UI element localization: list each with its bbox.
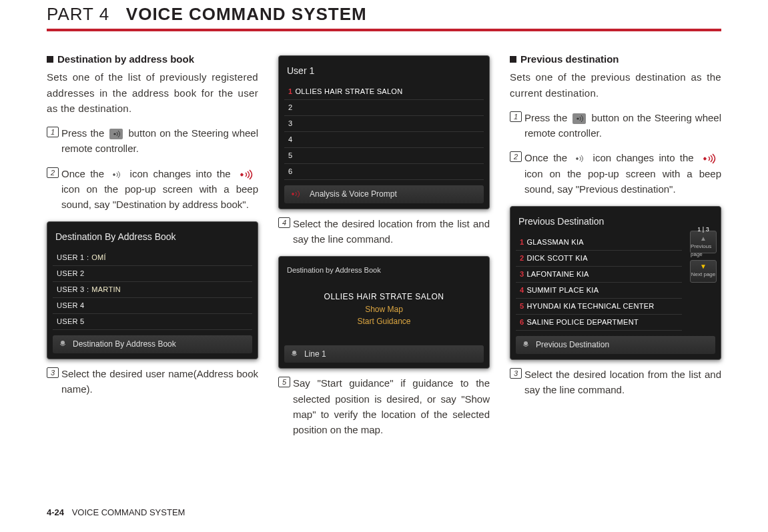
page-footer: 4-24 VOICE COMMAND SYSTEM: [47, 507, 185, 517]
list-item[interactable]: USER 1 :OMÍ: [53, 250, 252, 266]
section-title-text: Previous destination: [520, 53, 619, 65]
screenshot-dest-by-addressbook: Destination By Address Book USER 1 :OMÍ …: [47, 221, 258, 359]
voice-red-icon: [290, 189, 304, 199]
step-2: Once the icon changes into the icon on t…: [47, 166, 258, 213]
svg-point-4: [524, 341, 528, 345]
step1-text-a: Press the: [61, 127, 107, 139]
list-item[interactable]: 5HYUNDAI KIA TECHNICAL CENTER: [516, 299, 682, 315]
step1-text-a: Press the: [524, 112, 570, 123]
header-rule: [47, 29, 721, 31]
part-title: VOICE COMMAND SYSTEM: [126, 4, 367, 24]
screen-title: User 1: [284, 61, 484, 84]
list-item[interactable]: 2DICK SCOTT KIA: [516, 251, 682, 267]
step2-text-c: icon on the pop-up screen with a beep so…: [61, 183, 258, 210]
svg-point-2: [292, 351, 296, 355]
previous-page-button[interactable]: 1 | 3 ▲ Previous page: [690, 231, 717, 253]
svg-point-1: [61, 341, 65, 345]
list-item[interactable]: 6SALINE POLICE DEPARTMENT: [516, 315, 682, 331]
step-1: Press the button on the Steering wheel r…: [510, 110, 721, 141]
list-item[interactable]: USER 3 :MARTIN: [53, 282, 252, 298]
step-4: Select the desired location from the lis…: [278, 216, 490, 247]
section-title-prev-dest: Previous destination: [510, 51, 721, 67]
screen-footer-bar: Previous Destination: [516, 336, 715, 354]
prev-page-label: Previous page: [691, 243, 716, 259]
list-item[interactable]: 1OLLIES HAIR STRATE SALON: [284, 84, 484, 100]
screen-footer-bar: Destination By Address Book: [53, 335, 252, 353]
page-indicator: 1 | 3: [697, 225, 709, 235]
mic-icon: [290, 349, 299, 359]
screen-footer-text: Analysis & Voice Prompt: [310, 188, 397, 201]
list-item[interactable]: 6: [284, 164, 484, 180]
list-item[interactable]: 3: [284, 116, 484, 132]
next-page-label: Next page: [691, 271, 715, 279]
step-3: Select the desired location from the lis…: [510, 367, 721, 398]
footer-label: VOICE COMMAND SYSTEM: [72, 507, 185, 517]
section-title-dest-addressbook: Destination by address book: [47, 51, 258, 67]
step2-text-b: icon changes into the: [130, 168, 236, 179]
content-columns: Destination by address book Sets one of …: [47, 51, 721, 447]
square-bullet-icon: [47, 56, 53, 63]
screen-title: Previous Destination: [516, 212, 715, 235]
step2-text-a: Once the: [61, 168, 109, 179]
screen-title: Destination By Address Book: [53, 227, 252, 250]
square-bullet-icon: [510, 56, 516, 63]
step2-text-a: Once the: [524, 152, 572, 163]
section-lead: Sets one of the list of previously regis…: [47, 69, 258, 116]
screenshot-user1-list: User 1 1OLLIES HAIR STRATE SALON 2 3 4 5…: [278, 55, 490, 209]
voice-button-icon: [109, 129, 123, 139]
step2-text-c: icon on the pop-up screen with a beep so…: [524, 168, 721, 195]
voice-grey-icon: [111, 169, 123, 180]
list-item[interactable]: 4: [284, 132, 484, 148]
list-item[interactable]: USER 2: [53, 266, 252, 282]
voice-grey-icon: [574, 153, 586, 164]
step2-text-b: icon changes into the: [593, 152, 699, 163]
list-item[interactable]: USER 5: [53, 314, 252, 330]
step-5: Say "Start guidance" if guidance to the …: [278, 375, 490, 437]
list-item[interactable]: 1GLASSMAN KIA: [516, 235, 682, 251]
list-item[interactable]: 5: [284, 148, 484, 164]
chevron-up-icon: ▲: [700, 235, 707, 242]
list-item[interactable]: 3LAFONTAINE KIA: [516, 267, 682, 283]
screenshot-prev-dest: Previous Destination 1GLASSMAN KIA 2DICK…: [510, 206, 721, 360]
col-3: Previous destination Sets one of the pre…: [510, 51, 721, 447]
screen-footer-bar: Line 1: [284, 345, 484, 363]
col-1: Destination by address book Sets one of …: [47, 51, 258, 447]
option-start-guidance[interactable]: Start Guidance: [284, 315, 484, 328]
list-item[interactable]: 2: [284, 100, 484, 116]
screenshot-dest-detail: Destination by Address Book OLLIES HAIR …: [278, 256, 490, 369]
screen-footer-bar: Analysis & Voice Prompt: [284, 185, 484, 203]
chevron-down-icon: ▼: [700, 263, 707, 270]
list-item[interactable]: USER 4: [53, 298, 252, 314]
part-label: PART 4: [47, 4, 109, 24]
screen-footer-text: Line 1: [304, 348, 326, 361]
screen-footer-text: Previous Destination: [536, 339, 609, 351]
screen-footer-text: Destination By Address Book: [73, 338, 176, 351]
voice-red-icon: [701, 153, 719, 165]
col-2: User 1 1OLLIES HAIR STRATE SALON 2 3 4 5…: [278, 51, 490, 447]
page-header: PART 4 VOICE COMMAND SYSTEM: [47, 0, 721, 25]
step-2: Once the icon changes into the icon on t…: [510, 150, 721, 197]
mic-icon: [521, 340, 530, 349]
screen-title: Destination by Address Book: [284, 262, 484, 279]
voice-red-icon: [238, 169, 256, 181]
list-item[interactable]: 4SUMMIT PLACE KIA: [516, 283, 682, 299]
option-show-map[interactable]: Show Map: [284, 303, 484, 316]
voice-button-icon: [572, 113, 586, 124]
step-1: Press the button on the Steering wheel r…: [47, 125, 258, 157]
step-3: Select the desired user name(Address boo…: [47, 366, 258, 397]
selected-location: OLLIES HAIR STRATE SALON: [284, 291, 484, 303]
section-lead: Sets one of the previous destination as …: [510, 69, 721, 101]
section-title-text: Destination by address book: [57, 53, 194, 65]
next-page-button[interactable]: ▼ Next page: [690, 260, 717, 283]
page-number: 4-24: [47, 507, 64, 517]
mic-icon: [58, 339, 67, 349]
